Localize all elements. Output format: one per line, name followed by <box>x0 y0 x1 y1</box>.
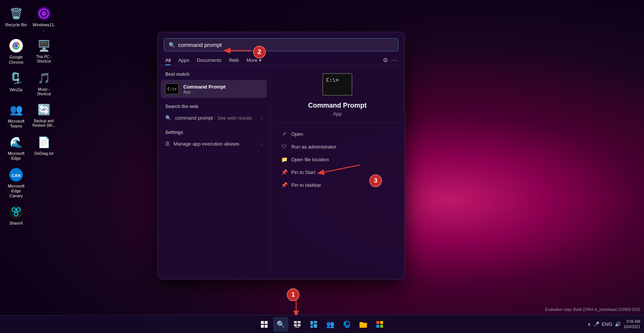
shield-icon: 🛡 <box>281 144 288 150</box>
teams-label: Microsoft Teams <box>4 119 28 129</box>
settings-icon: ☰ <box>165 141 170 147</box>
desktop-icon-sharex[interactable]: ShareX <box>3 202 29 228</box>
tab-apps[interactable]: Apps <box>178 55 189 65</box>
taskbar-explorer[interactable] <box>356 317 371 332</box>
desktop-icon-windows11[interactable]: Windows11... <box>31 4 57 34</box>
search-tabs: All Apps Documents Web More ▾ ⚙ ⋯ <box>158 51 404 66</box>
best-match-subtitle: App <box>183 90 226 94</box>
annotation-badge-3: 3 <box>369 174 382 187</box>
search-bar[interactable]: 🔍 command prompt <box>164 38 398 51</box>
desktop-icon-music[interactable]: 🎵 Music -Shortcut <box>31 69 57 99</box>
svg-rect-37 <box>380 321 383 324</box>
desktop-icon-recycle-bin[interactable]: 🗑️ Recycle Bin <box>3 4 29 34</box>
best-match-label: Best match <box>161 70 267 80</box>
desktop-icon-dxdiag[interactable]: 📄 DxDiag.txt <box>31 132 57 163</box>
step-1-badge: 1 <box>287 288 300 301</box>
settings-item-arrow: › <box>261 141 262 147</box>
thispc-label: This PC -Shortcut <box>36 55 52 64</box>
web-search-item[interactable]: 🔍 command prompt - See web results › <box>161 112 267 124</box>
taskbar-task-view[interactable] <box>290 317 305 332</box>
action-file-location-label: Open file location <box>291 157 329 162</box>
action-run-admin[interactable]: 🛡 Run as administrator <box>276 140 398 153</box>
desktop-icon-backup[interactable]: 🔄 Backup andRestore (Wi... <box>31 100 57 131</box>
svg-rect-26 <box>294 321 297 323</box>
best-match-item[interactable]: C:\> Command Prompt App <box>161 80 267 98</box>
web-search-icon: 🔍 <box>165 115 171 121</box>
desktop-icon-edge[interactable]: 🌊 Microsoft Edge <box>3 132 29 163</box>
chrome-label: Google Chrome <box>4 55 28 64</box>
best-match-title: Command Prompt <box>183 84 226 90</box>
edge-icon: 🌊 <box>9 135 24 150</box>
taskbar-teams[interactable]: 👥 <box>323 317 338 332</box>
svg-rect-32 <box>314 321 317 323</box>
web-search-label: Search the web <box>161 102 267 112</box>
tray-icons: ∧ 🎤 ENG 🔊 <box>587 321 620 327</box>
eval-copy-text: Evaluation copy. Build 22454.rs_prerelea… <box>545 307 640 312</box>
tab-all[interactable]: All <box>165 55 171 65</box>
clock-date[interactable]: 9:05 AM 10/4/2021 <box>624 319 641 330</box>
search-more-icon[interactable]: ⋯ <box>391 57 397 64</box>
pin-start-icon: 📌 <box>281 169 288 175</box>
search-input[interactable]: command prompt <box>178 42 394 48</box>
desktop-icon-teams[interactable]: 👥 Microsoft Teams <box>3 100 29 131</box>
action-open-file-location[interactable]: 📁 Open file location <box>276 153 398 166</box>
results-right-panel: Command Prompt App ↗ Open 🛡 Run as admin… <box>270 66 404 271</box>
results-left-panel: Best match C:\> Command Prompt App Searc… <box>158 66 270 271</box>
cmd-big-icon <box>322 73 352 96</box>
taskbar-search-button[interactable]: 🔍 <box>273 317 288 332</box>
folder-icon: 📁 <box>281 156 288 162</box>
tab-documents[interactable]: Documents <box>197 55 222 65</box>
desktop-icon-winzip[interactable]: 🗜️ WinZip <box>3 69 29 99</box>
desktop-icon-edge-canary[interactable]: CAN Microsoft Edge Canary <box>3 165 29 201</box>
web-search-arrow: › <box>261 115 262 121</box>
desktop-icon-thispc[interactable]: 🖥️ This PC -Shortcut <box>31 36 57 67</box>
web-search-text: command prompt - See web results <box>175 115 252 121</box>
annotation-badge-1: 1 <box>287 288 300 301</box>
settings-item[interactable]: ☰ Manage app execution aliases › <box>161 138 267 150</box>
open-icon: ↗ <box>281 131 288 137</box>
settings-item-text: Manage app execution aliases <box>174 141 240 147</box>
svg-rect-27 <box>298 321 301 323</box>
lang-indicator: ENG <box>602 321 612 327</box>
step-2-badge: 2 <box>253 46 266 58</box>
svg-rect-31 <box>310 321 313 325</box>
backup-icon: 🔄 <box>36 102 51 117</box>
search-settings-icon[interactable]: ⚙ <box>383 57 388 64</box>
step-3-badge: 3 <box>369 174 382 187</box>
winzip-icon: 🗜️ <box>9 71 24 86</box>
svg-rect-28 <box>294 324 297 326</box>
volume-icon[interactable]: 🔊 <box>615 321 621 327</box>
recycle-bin-icon: 🗑️ <box>9 6 24 21</box>
svg-rect-22 <box>261 321 264 324</box>
start-menu: 🔍 command prompt All Apps Documents Web … <box>157 32 405 279</box>
svg-rect-38 <box>376 325 379 328</box>
annotation-badge-2: 2 <box>253 46 266 58</box>
results-area: Best match C:\> Command Prompt App Searc… <box>158 66 404 271</box>
desktop-icons-container: 🗑️ Recycle Bin Windows11... Google Chrom… <box>0 0 60 232</box>
taskbar-edge[interactable] <box>339 317 354 332</box>
thispc-icon: 🖥️ <box>36 38 51 53</box>
right-app-title: Command Prompt <box>308 102 367 110</box>
taskbar-store[interactable] <box>372 317 387 332</box>
eval-text: Evaluation copy. Build 22454.rs_prerelea… <box>545 307 640 312</box>
winzip-label: WinZip <box>10 87 22 92</box>
desktop-icon-chrome[interactable]: Google Chrome <box>3 36 29 67</box>
svg-point-6 <box>14 44 18 48</box>
music-icon: 🎵 <box>36 71 51 86</box>
svg-rect-39 <box>380 325 383 328</box>
right-app-subtitle: App <box>333 111 341 117</box>
settings-label: Settings <box>161 128 267 138</box>
action-open[interactable]: ↗ Open <box>276 128 398 140</box>
svg-rect-30 <box>295 327 300 328</box>
taskbar-widgets[interactable] <box>306 317 321 332</box>
tab-web[interactable]: Web <box>229 55 239 65</box>
date-display: 10/4/2021 <box>624 324 641 330</box>
svg-rect-36 <box>376 321 379 324</box>
svg-rect-23 <box>265 321 268 324</box>
windows11-label: Windows11... <box>32 22 55 32</box>
chevron-up-icon[interactable]: ∧ <box>587 321 591 327</box>
svg-rect-34 <box>310 326 313 328</box>
sharex-label: ShareX <box>9 221 23 226</box>
system-tray: ∧ 🎤 ENG 🔊 9:05 AM 10/4/2021 <box>587 319 640 330</box>
taskbar-start-button[interactable] <box>257 317 272 332</box>
